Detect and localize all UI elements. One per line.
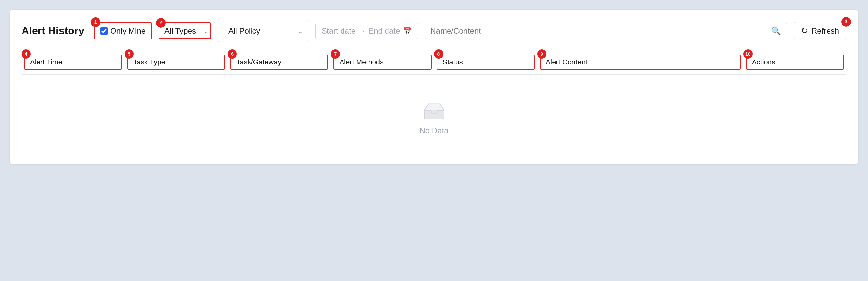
refresh-icon: ↻ xyxy=(801,26,808,36)
date-arrow-icon: → xyxy=(359,27,365,35)
all-types-chevron: ⌄ xyxy=(203,27,209,35)
search-icon: 🔍 xyxy=(771,26,781,35)
calendar-icon[interactable]: 📅 xyxy=(403,27,412,35)
search-input[interactable] xyxy=(425,23,765,39)
start-date-placeholder: Start date xyxy=(322,26,355,35)
annotation-badge-9: 9 xyxy=(537,49,546,59)
annotation-badge-1: 1 xyxy=(91,17,100,27)
table-header: 4 Alert Time 5 Task Type 6 Task/Gateway … xyxy=(22,50,846,75)
annotation-badge-2: 2 xyxy=(156,18,166,28)
date-range-wrap[interactable]: Start date → End date 📅 xyxy=(315,23,418,39)
all-policy-wrap[interactable]: All Policy ⌄ xyxy=(218,20,309,42)
no-data-text: No Data xyxy=(420,126,448,135)
no-data-inbox-icon xyxy=(423,101,445,120)
annotation-badge-7: 7 xyxy=(331,49,340,59)
all-types-group: 2 All Types ⌄ xyxy=(158,23,211,39)
all-types-select[interactable]: All Types xyxy=(159,23,202,38)
no-data-area: No Data xyxy=(22,75,846,155)
refresh-label: Refresh xyxy=(812,26,839,35)
col-alert-time: 4 Alert Time xyxy=(24,55,122,70)
annotation-badge-5: 5 xyxy=(125,49,134,59)
main-card: Alert History 1 Only Mine 2 All Types ⌄ … xyxy=(10,10,858,165)
all-types-select-wrap[interactable]: All Types ⌄ xyxy=(159,23,210,38)
only-mine-group: 1 Only Mine xyxy=(94,23,152,39)
only-mine-checkbox[interactable] xyxy=(100,27,107,35)
policy-select[interactable]: All Policy xyxy=(223,23,298,38)
policy-chevron: ⌄ xyxy=(298,27,303,35)
annotation-badge-10: 10 xyxy=(743,49,752,59)
annotation-badge-3: 3 xyxy=(841,17,851,27)
end-date-placeholder: End date xyxy=(369,26,400,35)
header-row: Alert History 1 Only Mine 2 All Types ⌄ … xyxy=(22,20,846,42)
col-task-gateway: 6 Task/Gateway xyxy=(230,55,328,70)
col-actions: 10 Actions xyxy=(746,55,844,70)
refresh-button[interactable]: ↻ Refresh xyxy=(794,22,846,39)
annotation-badge-4: 4 xyxy=(22,49,31,59)
refresh-wrap: 3 ↻ Refresh xyxy=(794,22,846,39)
col-task-type: 5 Task Type xyxy=(127,55,225,70)
annotation-badge-6: 6 xyxy=(228,49,237,59)
col-alert-methods: 7 Alert Methods xyxy=(333,55,431,70)
col-status: 8 Status xyxy=(437,55,535,70)
page-title: Alert History xyxy=(22,25,84,37)
search-wrap[interactable]: 🔍 xyxy=(425,23,787,39)
only-mine-label: Only Mine xyxy=(110,26,146,35)
col-alert-content: 9 Alert Content xyxy=(540,55,741,70)
annotation-badge-8: 8 xyxy=(434,49,443,59)
only-mine-wrap[interactable]: Only Mine xyxy=(94,23,152,39)
search-button[interactable]: 🔍 xyxy=(765,23,787,39)
